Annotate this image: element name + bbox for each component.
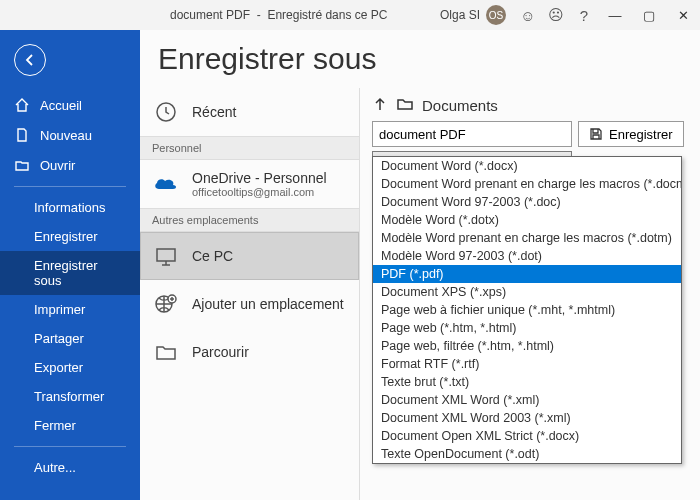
avatar: OS xyxy=(486,5,506,25)
nav-open[interactable]: Ouvrir xyxy=(0,150,140,180)
minimize-button[interactable]: — xyxy=(598,0,632,30)
nav-info[interactable]: Informations xyxy=(0,193,140,222)
nav-new-label: Nouveau xyxy=(40,128,92,143)
backstage-sidebar: Accueil Nouveau Ouvrir Informations Enre… xyxy=(0,30,140,500)
filetype-dropdown[interactable]: Document Word (*.docx)Document Word pren… xyxy=(372,156,682,464)
folder-path-icon xyxy=(396,96,414,115)
nav-share[interactable]: Partager xyxy=(0,324,140,353)
nav-export[interactable]: Exporter xyxy=(0,353,140,382)
nav-more[interactable]: Autre... xyxy=(0,453,140,482)
filetype-option[interactable]: Document Open XML Strict (*.docx) xyxy=(373,427,681,445)
save-button-label: Enregistrer xyxy=(609,127,673,142)
filetype-option[interactable]: PDF (*.pdf) xyxy=(373,265,681,283)
loc-browse-label: Parcourir xyxy=(192,344,249,360)
doc-name: document PDF xyxy=(170,8,250,22)
nav-save-as[interactable]: Enregistrer sous xyxy=(0,251,140,295)
filetype-option[interactable]: Document XML Word 2003 (*.xml) xyxy=(373,409,681,427)
title-bar: document PDF - Enregistré dans ce PC Olg… xyxy=(0,0,700,30)
loc-recent-label: Récent xyxy=(192,104,236,120)
filetype-option[interactable]: Document Word prenant en charge les macr… xyxy=(373,175,681,193)
save-status: Enregistré dans ce PC xyxy=(267,8,387,22)
up-icon[interactable] xyxy=(372,96,388,115)
filetype-option[interactable]: Document XML Word (*.xml) xyxy=(373,391,681,409)
pc-icon xyxy=(152,242,180,270)
filetype-option[interactable]: Modèle Word 97-2003 (*.dot) xyxy=(373,247,681,265)
new-icon xyxy=(14,127,30,143)
locations-panel: Récent Personnel OneDrive - Personnel of… xyxy=(140,88,360,500)
loc-this-pc[interactable]: Ce PC xyxy=(140,232,359,280)
filetype-option[interactable]: Document Word 97-2003 (*.doc) xyxy=(373,193,681,211)
onedrive-icon xyxy=(152,170,180,198)
nav-open-label: Ouvrir xyxy=(40,158,75,173)
nav-save[interactable]: Enregistrer xyxy=(0,222,140,251)
loc-onedrive-email: officetooltips@gmail.com xyxy=(192,186,327,198)
filetype-option[interactable]: Modèle Word prenant en charge les macros… xyxy=(373,229,681,247)
close-button[interactable]: ✕ xyxy=(666,0,700,30)
user-area[interactable]: Olga SI OS xyxy=(440,5,506,25)
current-folder[interactable]: Documents xyxy=(422,97,498,114)
filetype-option[interactable]: Page web (*.htm, *.html) xyxy=(373,319,681,337)
save-details-panel: Documents Enregistrer Document Word (*.d… xyxy=(360,88,700,500)
filetype-option[interactable]: Texte OpenDocument (*.odt) xyxy=(373,445,681,463)
back-button[interactable] xyxy=(14,44,46,76)
folder-icon xyxy=(152,338,180,366)
nav-transform[interactable]: Transformer xyxy=(0,382,140,411)
filetype-option[interactable]: Format RTF (*.rtf) xyxy=(373,355,681,373)
add-place-icon xyxy=(152,290,180,318)
nav-home-label: Accueil xyxy=(40,98,82,113)
filetype-option[interactable]: Document XPS (*.xps) xyxy=(373,283,681,301)
nav-close[interactable]: Fermer xyxy=(0,411,140,440)
loc-this-pc-label: Ce PC xyxy=(192,248,233,264)
filetype-option[interactable]: Texte brut (*.txt) xyxy=(373,373,681,391)
page-title: Enregistrer sous xyxy=(140,30,700,88)
maximize-button[interactable]: ▢ xyxy=(632,0,666,30)
svg-rect-1 xyxy=(157,249,175,261)
save-button[interactable]: Enregistrer xyxy=(578,121,684,147)
filetype-option[interactable]: Modèle Word (*.dotx) xyxy=(373,211,681,229)
nav-print[interactable]: Imprimer xyxy=(0,295,140,324)
open-icon xyxy=(14,157,30,173)
filetype-option[interactable]: Page web à fichier unique (*.mht, *.mhtm… xyxy=(373,301,681,319)
save-icon xyxy=(589,127,603,141)
nav-new[interactable]: Nouveau xyxy=(0,120,140,150)
other-heading: Autres emplacements xyxy=(140,208,359,232)
clock-icon xyxy=(152,98,180,126)
frown-icon[interactable]: ☹ xyxy=(542,0,570,30)
title-bar-text: document PDF - Enregistré dans ce PC xyxy=(170,8,387,22)
filetype-option[interactable]: Document Word (*.docx) xyxy=(373,157,681,175)
smile-icon[interactable]: ☺ xyxy=(514,0,542,30)
personal-heading: Personnel xyxy=(140,136,359,160)
filename-input[interactable] xyxy=(372,121,572,147)
loc-add-place-label: Ajouter un emplacement xyxy=(192,296,344,312)
nav-home[interactable]: Accueil xyxy=(0,90,140,120)
loc-onedrive-label: OneDrive - Personnel xyxy=(192,170,327,186)
loc-browse[interactable]: Parcourir xyxy=(140,328,359,376)
home-icon xyxy=(14,97,30,113)
loc-recent[interactable]: Récent xyxy=(140,88,359,136)
help-icon[interactable]: ? xyxy=(570,0,598,30)
filetype-option[interactable]: Page web, filtrée (*.htm, *.html) xyxy=(373,337,681,355)
user-name: Olga SI xyxy=(440,8,480,22)
loc-add-place[interactable]: Ajouter un emplacement xyxy=(140,280,359,328)
loc-onedrive[interactable]: OneDrive - Personnel officetooltips@gmai… xyxy=(140,160,359,208)
